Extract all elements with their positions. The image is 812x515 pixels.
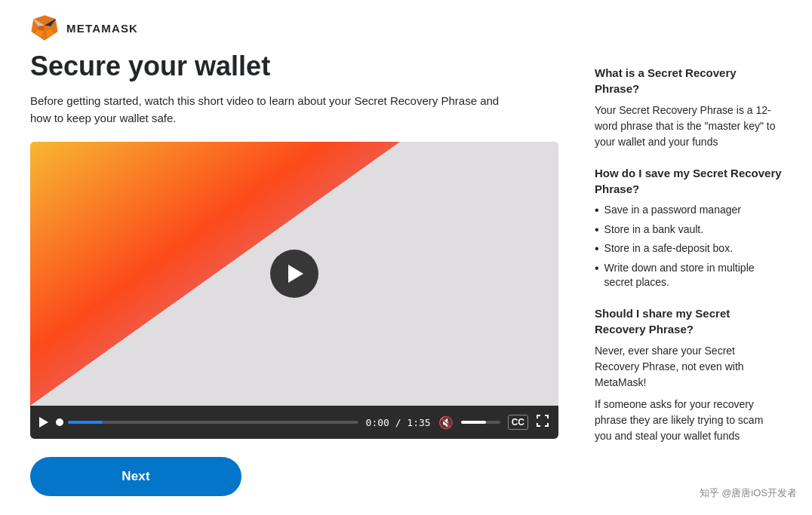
play-button[interactable] [270,250,318,298]
volume-icon[interactable]: 🔇 [438,415,454,430]
header: METAMASK [0,0,812,50]
page-title: Secure your wallet [30,50,571,82]
progress-bar-fill [68,421,103,424]
main-content: Secure your wallet Before getting starte… [0,50,812,515]
play-icon [288,265,303,283]
cc-button[interactable]: CC [508,415,528,430]
video-controls: 0:00 / 1:35 🔇 CC [30,406,558,439]
faq-how-save-title: How do I save my Secret Recovery Phrase? [595,165,782,197]
brand-name: METAMASK [66,22,138,35]
left-panel: Secure your wallet Before getting starte… [30,50,571,515]
list-item: Store in a safe-deposit box. [595,241,782,256]
faq-should-share-body1: Never, ever share your Secret Recovery P… [595,343,782,391]
progress-dot [56,418,63,426]
faq-what-is-title: What is a Secret Recovery Phrase? [595,65,782,97]
svg-marker-9 [42,32,48,38]
faq-should-share-title: Should I share my Secret Recovery Phrase… [595,305,782,337]
next-button[interactable]: Next [30,457,241,496]
ctrl-play-button[interactable] [39,417,48,428]
metamask-logo-icon [30,14,59,42]
volume-bar-fill [461,421,487,424]
faq-should-share-body2: If someone asks for your recovery phrase… [595,397,782,444]
fullscreen-button[interactable] [536,414,549,431]
time-display: 0:00 / 1:35 [366,417,431,428]
page-wrapper: METAMASK Secure your wallet Before getti… [0,0,812,515]
progress-container [56,418,358,426]
list-item: Store in a bank vault. [595,222,782,238]
faq-what-is: What is a Secret Recovery Phrase? Your S… [595,65,782,150]
volume-bar-bg[interactable] [461,421,500,424]
page-subtitle: Before getting started, watch this short… [30,93,513,127]
video-container: 0:00 / 1:35 🔇 CC [30,142,558,439]
fullscreen-icon [536,414,549,428]
ctrl-play-icon [39,417,48,428]
video-visual[interactable] [30,142,558,406]
list-item: Write down and store in multiple secret … [595,261,782,290]
faq-what-is-body: Your Secret Recovery Phrase is a 12-word… [595,103,782,150]
right-panel: What is a Secret Recovery Phrase? Your S… [595,50,782,515]
next-button-container: Next [30,457,241,496]
faq-how-save-list: Save in a password manager Store in a ba… [595,203,782,290]
list-item: Save in a password manager [595,203,782,218]
faq-should-share: Should I share my Secret Recovery Phrase… [595,305,782,444]
progress-bar-bg[interactable] [68,421,358,424]
faq-how-save: How do I save my Secret Recovery Phrase?… [595,165,782,290]
